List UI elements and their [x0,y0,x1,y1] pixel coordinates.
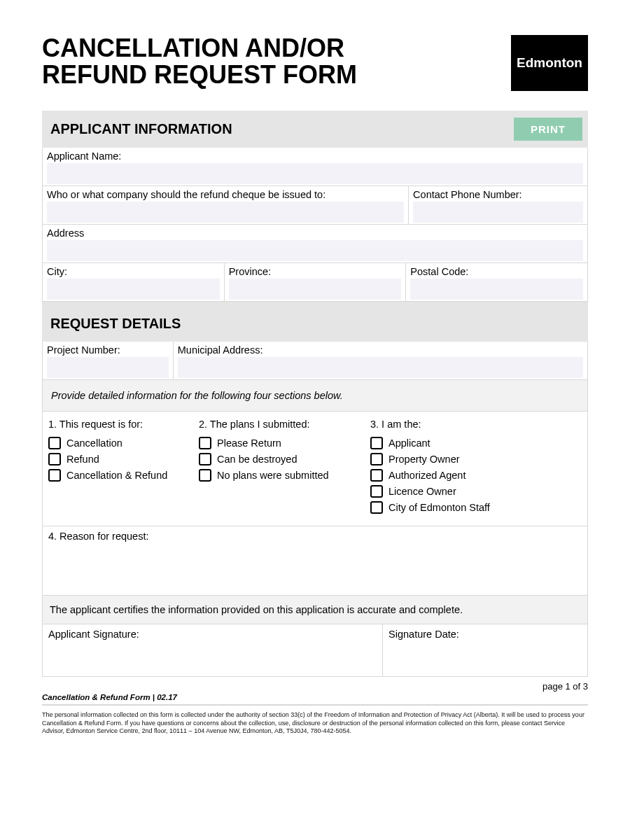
reason-input[interactable] [48,542,582,592]
checkbox-icon[interactable] [199,469,211,482]
checkbox-section: 1. This request is for: Cancellation Ref… [43,412,587,526]
q3-column: 3. I am the: Applicant Property Owner Au… [370,419,582,517]
checkbox-label: Cancellation & Refund [66,470,167,481]
footer-disclaimer: The personal information collected on th… [42,711,588,736]
applicant-info-box: Applicant Name: Who or what company shou… [42,148,588,302]
province-input[interactable] [229,279,402,300]
checkbox-label: Can be destroyed [217,454,297,465]
q1-opt-both: Cancellation & Refund [48,469,186,482]
checkbox-icon[interactable] [199,437,211,449]
checkbox-label: Applicant [388,438,430,449]
province-label: Province: [229,266,402,277]
checkbox-label: Authorized Agent [388,470,465,481]
q1-column: 1. This request is for: Cancellation Ref… [48,419,199,517]
page-title: CANCELLATION AND/OR REFUND REQUEST FORM [42,35,357,88]
signature-row: Applicant Signature: Signature Date: [43,624,587,676]
q1-opt-cancellation: Cancellation [48,437,186,449]
q3-opt-staff: City of Edmonton Staff [370,501,569,514]
checkbox-label: Property Owner [388,454,460,465]
checkbox-label: Cancellation [66,438,122,449]
checkbox-icon[interactable] [48,453,61,465]
checkbox-icon[interactable] [370,501,383,514]
checkbox-icon[interactable] [370,453,383,465]
applicant-info-heading: APPLICANT INFORMATION [50,121,232,137]
contact-phone-label: Contact Phone Number: [413,189,583,200]
checkbox-label: City of Edmonton Staff [388,502,490,513]
checkbox-icon[interactable] [370,485,383,498]
checkbox-label: Licence Owner [388,486,456,497]
q2-opt-return: Please Return [199,437,358,449]
city-label: City: [47,266,220,277]
request-details-heading: REQUEST DETAILS [50,316,181,332]
q3-title: 3. I am the: [370,419,569,430]
checkbox-label: No plans were submitted [217,470,329,481]
q3-opt-applicant: Applicant [370,437,569,449]
municipal-address-input[interactable] [178,357,583,378]
instruction-text: Provide detailed information for the fol… [43,380,587,412]
edmonton-logo: Edmonton [511,35,588,91]
title-line1: CANCELLATION AND/OR [42,35,357,62]
checkbox-icon[interactable] [48,437,61,449]
postal-input[interactable] [410,279,583,300]
checkbox-icon[interactable] [48,469,61,482]
certification-text: The applicant certifies the information … [43,595,587,624]
applicant-info-header: APPLICANT INFORMATION PRINT [42,111,588,148]
page-number: page 1 of 3 [42,681,588,692]
checkbox-icon[interactable] [370,469,383,482]
signature-input[interactable] [48,640,377,673]
issued-to-input[interactable] [47,202,404,223]
postal-label: Postal Code: [410,266,583,277]
city-input[interactable] [47,279,220,300]
header: CANCELLATION AND/OR REFUND REQUEST FORM … [42,35,588,91]
q3-opt-agent: Authorized Agent [370,469,569,482]
print-button[interactable]: PRINT [514,118,582,141]
q2-title: 2. The plans I submitted: [199,419,358,430]
project-number-label: Project Number: [47,344,169,356]
request-details-header: REQUEST DETAILS [42,306,588,342]
applicant-name-input[interactable] [47,163,583,184]
applicant-name-label: Applicant Name: [47,150,583,162]
q3-opt-licence: Licence Owner [370,485,569,498]
q2-column: 2. The plans I submitted: Please Return … [199,419,370,517]
q2-opt-destroy: Can be destroyed [199,453,358,465]
reason-cell: 4. Reason for request: [43,526,587,595]
signature-label: Applicant Signature: [48,629,377,640]
address-label: Address [47,227,583,239]
checkbox-icon[interactable] [370,437,383,449]
signature-date-label: Signature Date: [388,629,582,640]
q4-title: 4. Reason for request: [48,531,582,542]
request-details-box: Project Number: Municipal Address: Provi… [42,342,588,677]
footer-doc-title: Cancellation & Refund Form | 02.17 [42,693,588,706]
project-number-input[interactable] [47,357,169,378]
checkbox-label: Refund [66,454,99,465]
q3-opt-owner: Property Owner [370,453,569,465]
municipal-address-label: Municipal Address: [178,344,583,356]
signature-date-input[interactable] [388,640,582,673]
contact-phone-input[interactable] [413,202,583,223]
checkbox-label: Please Return [217,438,281,449]
q2-opt-none: No plans were submitted [199,469,358,482]
q1-title: 1. This request is for: [48,419,186,430]
title-line2: REFUND REQUEST FORM [42,62,357,88]
checkbox-icon[interactable] [199,453,211,465]
address-input[interactable] [47,240,583,261]
issued-to-label: Who or what company should the refund ch… [47,189,404,200]
q1-opt-refund: Refund [48,453,186,465]
